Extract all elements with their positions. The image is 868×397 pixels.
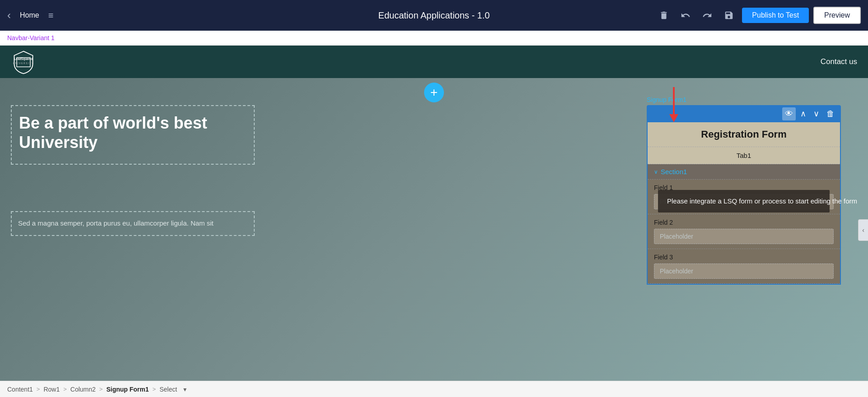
form-tab: Tab1 bbox=[648, 147, 840, 164]
chevron-down-icon: ∨ bbox=[813, 109, 819, 118]
field-3-input[interactable]: Placeholder bbox=[654, 263, 834, 279]
form-move-down-button[interactable]: ∨ bbox=[811, 107, 822, 120]
eye-icon: 👁 bbox=[785, 109, 793, 118]
breadcrumb-signup-form1: Signup Form1 bbox=[106, 386, 149, 393]
menu-button[interactable]: ≡ bbox=[48, 10, 54, 21]
hero-headline: Be a part of world's best University bbox=[19, 113, 247, 152]
form-section-header: ∨ Section1 bbox=[648, 164, 840, 180]
chevron-up-icon: ∧ bbox=[800, 109, 806, 118]
redo-icon bbox=[702, 10, 712, 20]
hero-subtext: Sed a magna semper, porta purus eu, ulla… bbox=[18, 218, 247, 229]
hero-headline-box: Be a part of world's best University bbox=[11, 105, 255, 165]
form-title: Registration Form bbox=[648, 122, 840, 147]
field-2-label: Field 2 bbox=[654, 219, 834, 226]
breadcrumb-bar: Content1 > Row1 > Column2 > Signup Form1… bbox=[0, 381, 868, 397]
save-button[interactable] bbox=[720, 9, 737, 22]
breadcrumb-column2: Column2 bbox=[70, 386, 96, 393]
top-bar-left: ‹ Home ≡ bbox=[7, 9, 53, 22]
red-arrow-indicator bbox=[669, 87, 678, 122]
home-label: Home bbox=[20, 11, 39, 19]
publish-button[interactable]: Publish to Test bbox=[742, 8, 809, 23]
top-bar-right: Publish to Test Preview bbox=[655, 7, 861, 24]
breadcrumb-sep-1: > bbox=[37, 386, 40, 392]
navbar-variant-label: Navbar-Variant 1 bbox=[0, 31, 868, 46]
form-delete-button[interactable]: 🗑 bbox=[824, 107, 837, 120]
form-field-3-group: Field 3 Placeholder bbox=[648, 249, 840, 284]
collapse-panel-handle[interactable]: ‹ bbox=[858, 219, 868, 241]
red-arrow-line bbox=[673, 87, 675, 114]
trash-icon: 🗑 bbox=[826, 109, 835, 118]
back-button[interactable]: ‹ bbox=[7, 9, 11, 22]
logo-shield-icon: LeadSquared UNIVERSITY bbox=[11, 49, 36, 74]
red-arrow-head bbox=[669, 114, 678, 122]
delete-icon bbox=[659, 10, 669, 20]
plus-icon: + bbox=[430, 85, 438, 100]
form-field-2-group: Field 2 Placeholder Please integrate a L… bbox=[648, 214, 840, 249]
breadcrumb-select: Select bbox=[159, 386, 177, 393]
form-overlay-message: Please integrate a LSQ form or process t… bbox=[658, 190, 830, 213]
preview-button[interactable]: Preview bbox=[813, 7, 861, 24]
field-2-input[interactable]: Placeholder bbox=[654, 229, 834, 244]
menu-icon: ≡ bbox=[48, 10, 54, 20]
logo-area: LeadSquared UNIVERSITY bbox=[11, 49, 36, 74]
breadcrumb-dropdown-icon[interactable]: ▾ bbox=[183, 386, 187, 393]
redo-button[interactable] bbox=[699, 9, 716, 22]
breadcrumb-sep-4: > bbox=[153, 386, 156, 392]
breadcrumb-sep-2: > bbox=[63, 386, 67, 392]
delete-button[interactable] bbox=[655, 9, 672, 22]
top-bar: ‹ Home ≡ Education Applications - 1.0 Pu… bbox=[0, 0, 868, 31]
back-icon: ‹ bbox=[7, 9, 11, 22]
signup-form-container: Signup Form1 👁 ∧ ∨ 🗑 Registration Form T… bbox=[647, 96, 841, 285]
undo-icon bbox=[681, 10, 691, 20]
breadcrumb-sep-3: > bbox=[99, 386, 103, 392]
svg-text:UNIVERSITY: UNIVERSITY bbox=[13, 62, 34, 65]
hero-subtext-box: Sed a magna semper, porta purus eu, ulla… bbox=[11, 211, 255, 236]
form-section-label: Section1 bbox=[661, 168, 687, 175]
add-section-button[interactable]: + bbox=[424, 83, 444, 102]
undo-button[interactable] bbox=[677, 9, 694, 22]
form-panel: Registration Form Tab1 ∨ Section1 Field … bbox=[647, 122, 841, 285]
collapse-arrow-icon: ‹ bbox=[862, 226, 864, 234]
breadcrumb-row1: Row1 bbox=[43, 386, 60, 393]
page-title: Education Applications - 1.0 bbox=[378, 10, 490, 21]
breadcrumb-content1: Content1 bbox=[7, 386, 33, 393]
form-move-up-button[interactable]: ∧ bbox=[798, 107, 809, 120]
field-3-label: Field 3 bbox=[654, 254, 834, 261]
site-navbar: LeadSquared UNIVERSITY Contact us bbox=[0, 46, 868, 78]
form-visibility-button[interactable]: 👁 bbox=[782, 107, 796, 120]
main-canvas: + Be a part of world's best University S… bbox=[0, 78, 868, 382]
contact-us-link[interactable]: Contact us bbox=[821, 57, 857, 66]
section-chevron-icon: ∨ bbox=[654, 169, 658, 175]
svg-text:LeadSquared: LeadSquared bbox=[14, 57, 33, 61]
save-icon bbox=[724, 10, 734, 20]
